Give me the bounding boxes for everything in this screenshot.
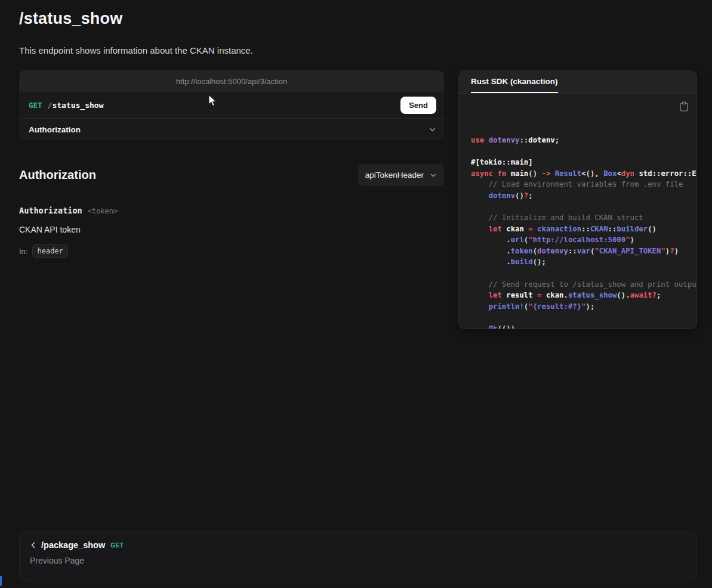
auth-scheme-value: apiTokenHeader (365, 171, 424, 180)
code-area: use dotenvy::dotenv; #[tokio::main]async… (459, 94, 696, 329)
authorization-heading: Authorization (19, 168, 96, 182)
code-line: use dotenvy::dotenv; (471, 135, 696, 146)
code-line: println!("{result:#?}"); (471, 301, 696, 312)
left-edge-accent (0, 576, 2, 586)
endpoint-path: /status_show (48, 101, 104, 110)
code-line (471, 268, 696, 279)
request-auth-label: Authorization (29, 125, 81, 134)
chevron-down-icon (429, 126, 436, 134)
base-url-bar[interactable]: http://localhost:5000/api/3/action (19, 70, 444, 92)
code-line: .build(); (471, 256, 696, 268)
auth-in-badge: header (32, 245, 67, 258)
code-line: #[tokio::main] (471, 157, 696, 168)
previous-page-method: GET (110, 542, 124, 549)
code-line (471, 312, 696, 323)
auth-in-label: In: (19, 247, 27, 256)
auth-param-name: Authorization (19, 206, 82, 215)
code-line (471, 201, 696, 212)
code-line: .token(dotenvy::var("CKAN_API_TOKEN")?) (471, 246, 696, 257)
code-line: .url("http://localhost:5000") (471, 234, 696, 246)
http-method-label: GET (29, 101, 42, 110)
page-description: This endpoint shows information about th… (19, 45, 253, 55)
code-line: // Send request to /status_show and prin… (471, 279, 696, 290)
previous-page-link[interactable]: /package_show GET Previous Page (19, 531, 697, 581)
send-button[interactable]: Send (400, 97, 436, 114)
request-auth-toggle[interactable]: Authorization (19, 118, 444, 141)
sdk-code-panel: Rust SDK (ckanaction) use dotenvy::doten… (458, 70, 697, 329)
auth-param-description: CKAN API token (19, 225, 444, 234)
code-line: async fn main() -> Result<(), Box<dyn st… (471, 168, 696, 180)
chevron-left-icon (30, 541, 37, 549)
previous-page-label: Previous Page (30, 556, 686, 565)
auth-scheme-select[interactable]: apiTokenHeader (358, 164, 444, 186)
code-block: use dotenvy::dotenv; #[tokio::main]async… (471, 135, 696, 329)
code-line (471, 146, 696, 157)
request-card: http://localhost:5000/api/3/action GET /… (19, 70, 444, 141)
auth-param-placeholder: <token> (88, 207, 118, 215)
code-line: dotenv()?; (471, 190, 696, 202)
sdk-panel-header: Rust SDK (ckanaction) (459, 71, 696, 94)
copy-icon[interactable] (667, 101, 688, 112)
previous-page-path: /package_show (41, 540, 105, 550)
request-method-row: GET /status_show Send (19, 92, 444, 118)
code-line: // Initialize and build CKAN struct (471, 212, 696, 224)
auth-param-block: Authorization <token> CKAN API token In:… (19, 206, 444, 258)
tab-rust-sdk[interactable]: Rust SDK (ckanaction) (471, 71, 558, 93)
chevron-down-icon (430, 172, 437, 179)
code-line: let result = ckan.status_show().await?; (471, 290, 696, 301)
code-line: // Load environment variables from .env … (471, 179, 696, 190)
page-title: /status_show (19, 10, 122, 28)
code-line: let ckan = ckanaction::CKAN::builder() (471, 224, 696, 235)
code-line: Ok(()) (471, 323, 696, 329)
